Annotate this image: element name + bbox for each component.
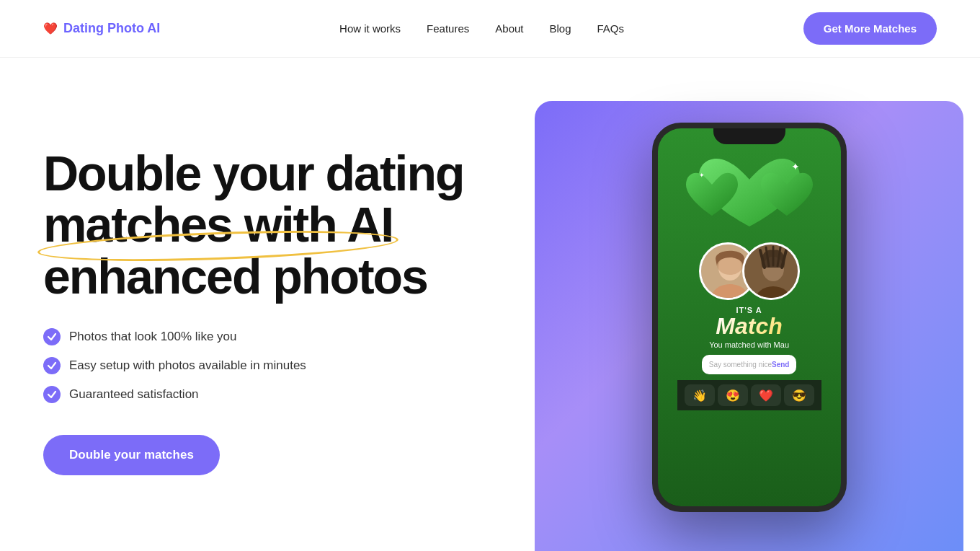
send-label[interactable]: Send	[772, 361, 789, 369]
match-text-area: IT'S A Match You matched with Mau	[702, 306, 796, 349]
phone-message-area: Say something nice Send	[702, 355, 797, 374]
nav-link-about[interactable]: About	[495, 22, 523, 35]
phone-emoji-row: 👋 😍 ❤️ 😎	[677, 380, 821, 410]
check-text-3: Guaranteed satisfaction	[69, 387, 199, 402]
svg-text:✦: ✦	[791, 161, 800, 172]
nav-link-features[interactable]: Features	[427, 22, 469, 35]
phone-mockup: ✦ ✦	[652, 123, 847, 512]
navbar: ❤️ Dating Photo AI How it works Features…	[0, 0, 980, 58]
emoji-btn-wave[interactable]: 👋	[685, 384, 715, 406]
hero-right: ✦ ✦	[535, 101, 963, 551]
logo-text: Dating Photo AI	[63, 21, 160, 36]
match-big-text: Match	[716, 314, 782, 338]
profile-photos-row	[699, 242, 800, 300]
logo-icon: ❤️	[43, 22, 58, 35]
hero-title-line3: enhanced photos	[43, 249, 427, 304]
svg-text:✦: ✦	[699, 172, 705, 179]
hearts-decoration: ✦ ✦	[658, 149, 841, 250]
check-icon-1	[43, 328, 61, 345]
emoji-btn-heart[interactable]: ❤️	[751, 384, 781, 406]
nav-link-faqs[interactable]: FAQs	[597, 22, 625, 35]
hero-left: Double your dating matches with AI enhan…	[43, 148, 535, 504]
check-text-1: Photos that look 100% like you	[69, 330, 236, 344]
nav-link-blog[interactable]: Blog	[550, 22, 571, 35]
emoji-btn-heart-eyes[interactable]: 😍	[718, 384, 748, 406]
logo[interactable]: ❤️ Dating Photo AI	[43, 21, 160, 36]
phone-screen: ✦ ✦	[658, 128, 841, 506]
check-text-2: Easy setup with photos available in minu…	[69, 358, 306, 373]
profile-circle-male	[742, 242, 800, 300]
phone-notch	[713, 128, 785, 144]
emoji-btn-cool[interactable]: 😎	[784, 384, 814, 406]
nav-cta-button[interactable]: Get More Matches	[803, 12, 937, 45]
hero-check-3: Guaranteed satisfaction	[43, 386, 535, 403]
matched-with-text: You matched with Mau	[709, 340, 789, 349]
hearts-svg: ✦ ✦	[677, 154, 821, 248]
check-icon-3	[43, 386, 61, 403]
nav-link-how-it-works[interactable]: How it works	[339, 22, 401, 35]
hero-title-line1: Double your dating	[43, 146, 464, 200]
hero-checklist: Photos that look 100% like you Easy setu…	[43, 328, 535, 403]
hero-title: Double your dating matches with AI enhan…	[43, 148, 535, 302]
check-icon-2	[43, 357, 61, 374]
hero-title-line2: matches with AI	[43, 199, 393, 250]
nav-links: How it works Features About Blog FAQs	[339, 22, 624, 35]
hero-section: Double your dating matches with AI enhan…	[0, 58, 980, 551]
message-placeholder[interactable]: Say something nice	[709, 361, 772, 369]
hero-cta-button[interactable]: Double your matches	[43, 435, 220, 475]
hero-check-2: Easy setup with photos available in minu…	[43, 357, 535, 374]
hero-check-1: Photos that look 100% like you	[43, 328, 535, 345]
